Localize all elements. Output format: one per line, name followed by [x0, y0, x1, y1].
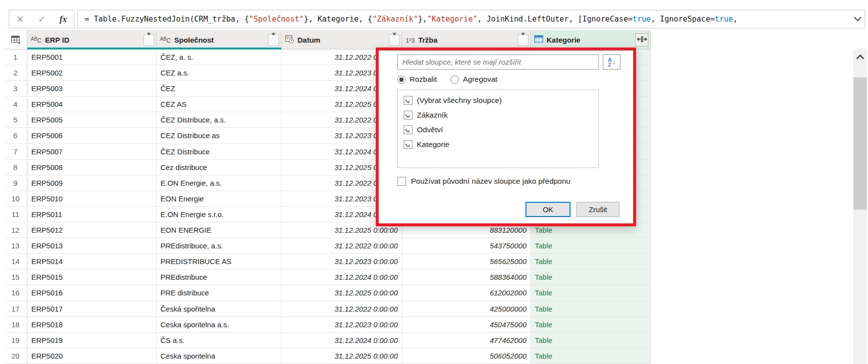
- table-link[interactable]: Table: [535, 289, 552, 297]
- calendar-clock-icon: [285, 34, 294, 46]
- cell-erp-id: ERP5010: [27, 191, 157, 207]
- scrollbar-thumb[interactable]: [853, 77, 867, 210]
- column-list-item[interactable]: Odvětví: [398, 122, 598, 137]
- table-link[interactable]: Table: [535, 352, 552, 360]
- checkbox-checked-icon[interactable]: [404, 140, 412, 149]
- row-number[interactable]: 6: [4, 128, 27, 144]
- column-header-spolecnost[interactable]: ABCSpolečnost: [157, 30, 281, 49]
- cell-trzba: 506052000: [402, 348, 531, 364]
- table-link[interactable]: Table: [535, 305, 552, 313]
- table-row: 20ERP5020Ceska sporitelna31.12.2025 0:00…: [4, 348, 651, 364]
- cancel-formula-icon[interactable]: ✕: [16, 15, 24, 24]
- filter-dropdown-button-erp_id[interactable]: [143, 34, 154, 46]
- row-number[interactable]: 1: [4, 49, 27, 65]
- table-link[interactable]: Table: [535, 226, 552, 234]
- cancel-button[interactable]: Zrušit: [576, 202, 619, 217]
- use-prefix-label: Používat původní název sloupce jako před…: [411, 177, 571, 186]
- formula-segment-code: , JoinKind.LeftOuter, [IgnoreCase=: [478, 15, 633, 24]
- row-number[interactable]: 2: [4, 65, 27, 81]
- cell-datum: 31.12.2025 0:00:00: [281, 285, 402, 301]
- checkbox-checked-icon[interactable]: [404, 96, 412, 105]
- az-sort-icon[interactable]: AZ↓: [603, 54, 620, 70]
- row-number[interactable]: 11: [4, 207, 27, 222]
- row-number[interactable]: 5: [4, 112, 27, 128]
- column-list-item-label: (Vybrat všechny sloupce): [417, 96, 502, 105]
- cell-spolecnost: E.ON Energie s.r.o.: [157, 207, 281, 222]
- filter-dropdown-button-spolecnost[interactable]: [268, 34, 279, 46]
- cell-spolecnost: E.ON Energie, a.s.: [157, 175, 281, 191]
- table-link[interactable]: Table: [535, 242, 552, 250]
- use-prefix-checkbox[interactable]: Používat původní název sloupce jako před…: [397, 177, 571, 186]
- checkbox-checked-icon[interactable]: [404, 125, 412, 134]
- table-row: 16ERP5016PRE distribuce31.12.2025 0:00:0…: [4, 285, 651, 301]
- cell-trzba: 543750000: [402, 238, 531, 254]
- cell-spolecnost: Ceska sporitelna: [157, 348, 281, 364]
- cell-kategorie: Table: [531, 238, 651, 254]
- cell-erp-id: ERP5007: [27, 144, 157, 160]
- radio-agregovat-label: Agregovat: [463, 75, 498, 84]
- column-label-spolecnost: Společnost: [174, 36, 268, 44]
- formula-segment-keyword: true: [633, 15, 651, 24]
- column-list-item[interactable]: (Vybrat všechny sloupce): [398, 93, 598, 108]
- row-number[interactable]: 8: [4, 160, 27, 175]
- cell-kategorie: Table: [531, 348, 651, 364]
- cell-spolecnost: Cez distribuce: [157, 160, 281, 175]
- column-header-trzba[interactable]: 1²3Tržba: [402, 30, 531, 49]
- row-number[interactable]: 18: [4, 317, 27, 333]
- row-number[interactable]: 3: [4, 81, 27, 97]
- cell-kategorie: Table: [531, 269, 651, 285]
- radio-selected-icon: [397, 75, 406, 84]
- table-link[interactable]: Table: [535, 257, 552, 266]
- formula-input[interactable]: = Table.FuzzyNestedJoin(CRM_tržba, {"Spo…: [77, 10, 865, 28]
- select-all-corner-button[interactable]: [4, 30, 27, 49]
- row-number[interactable]: 17: [4, 301, 27, 317]
- row-number[interactable]: 9: [4, 175, 27, 191]
- formula-expand-chevron-icon[interactable]: [852, 14, 863, 24]
- row-number[interactable]: 20: [4, 348, 27, 364]
- column-list-item[interactable]: Zákazník: [398, 108, 598, 122]
- filter-dropdown-button-datum[interactable]: [389, 34, 400, 46]
- cell-trzba: 425000000: [402, 301, 531, 317]
- row-number[interactable]: 12: [4, 222, 27, 238]
- checkbox-checked-icon[interactable]: [404, 111, 412, 120]
- radio-agregovat[interactable]: Agregovat: [451, 75, 498, 84]
- row-number[interactable]: 19: [4, 333, 27, 348]
- row-number[interactable]: 16: [4, 285, 27, 301]
- column-header-erp_id[interactable]: ABCERP ID: [27, 30, 157, 49]
- scroll-up-icon[interactable]: [853, 49, 867, 65]
- table-link[interactable]: Table: [535, 336, 552, 344]
- cell-spolecnost: EON ENERGIE: [157, 222, 281, 238]
- cell-datum: 31.12.2025 0:00:00: [281, 348, 402, 364]
- expand-column-button[interactable]: [635, 33, 648, 47]
- cell-spolecnost: ČEZ, a. s.: [157, 49, 281, 65]
- table-link[interactable]: Table: [535, 273, 552, 281]
- table-link[interactable]: Table: [535, 320, 552, 329]
- vertical-scrollbar[interactable]: [853, 49, 867, 364]
- row-number[interactable]: 4: [4, 97, 27, 112]
- row-number[interactable]: 14: [4, 254, 27, 269]
- cell-spolecnost: ČEZ Distribuce, a.s.: [157, 112, 281, 128]
- cell-spolecnost: Ceska sporitelna a.s.: [157, 317, 281, 333]
- radio-rozbalit[interactable]: Rozbalit: [397, 75, 437, 84]
- accept-formula-icon[interactable]: ✓: [38, 15, 46, 24]
- row-number[interactable]: 13: [4, 238, 27, 254]
- cell-spolecnost: ČS a.s.: [157, 333, 281, 348]
- filter-dropdown-button-trzba[interactable]: [518, 34, 528, 46]
- column-header-datum[interactable]: Datum: [281, 30, 402, 49]
- cell-spolecnost: Česká spořitelna: [157, 301, 281, 317]
- row-number[interactable]: 7: [4, 144, 27, 160]
- ok-button[interactable]: OK: [525, 202, 571, 217]
- column-header-kategorie[interactable]: Kategorie: [531, 30, 651, 49]
- column-list-item-label: Kategorie: [417, 140, 449, 149]
- checkbox-unchecked-icon: [397, 177, 406, 186]
- dropdown-icon: [272, 36, 275, 45]
- search-columns-input[interactable]: [397, 54, 599, 70]
- number-123-icon: 1²3: [406, 36, 415, 45]
- row-number[interactable]: 15: [4, 269, 27, 285]
- formula-segment-code: = Table.FuzzyNestedJoin(CRM_tržba, {: [85, 15, 249, 24]
- column-list-item[interactable]: Kategorie: [398, 137, 598, 152]
- row-number[interactable]: 10: [4, 191, 27, 207]
- column-label-kategorie: Kategorie: [547, 36, 635, 44]
- formula-segment-code: },: [418, 15, 427, 24]
- radio-unselected-icon: [451, 75, 459, 84]
